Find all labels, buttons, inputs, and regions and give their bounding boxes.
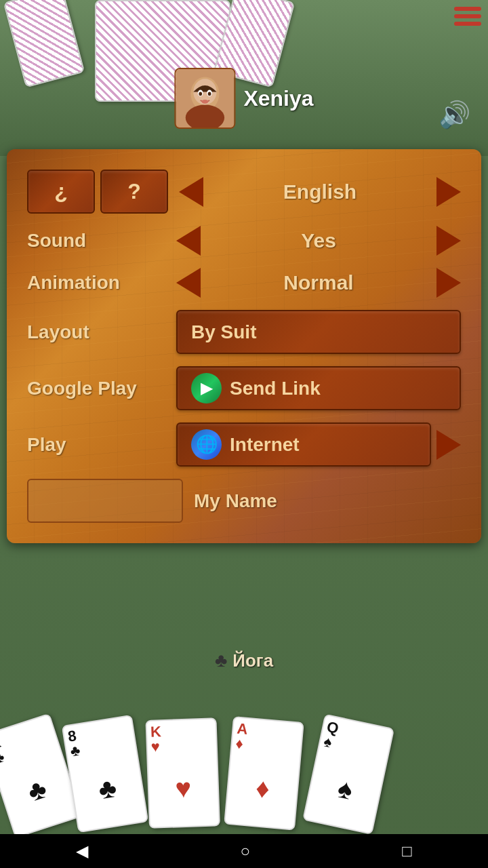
card-rank-3: K bbox=[150, 723, 213, 740]
navigation-bar: ◀ ○ □ bbox=[0, 834, 488, 868]
internet-button[interactable]: 🌐 Internet bbox=[176, 422, 431, 467]
card-5[interactable]: Q ♠ ♠ bbox=[302, 714, 394, 835]
svg-point-8 bbox=[202, 100, 209, 104]
card-4[interactable]: A ♦ ♦ bbox=[224, 716, 304, 831]
language-selector: English bbox=[179, 177, 461, 207]
sound-label: Sound bbox=[27, 230, 176, 252]
layout-value: By Suit bbox=[191, 321, 256, 343]
bottom-player-info: ♣ Йога bbox=[215, 650, 273, 671]
my-name-label: My Name bbox=[194, 490, 277, 512]
animation-label: Animation bbox=[27, 272, 176, 294]
svg-point-6 bbox=[199, 92, 202, 96]
svg-text:🔊: 🔊 bbox=[439, 99, 471, 130]
avatar-image bbox=[176, 69, 234, 127]
player-hand: K ♣ ♣ 8 ♣ ♣ K ♥ ♥ A ♦ ♦ Q ♠ ♠ bbox=[0, 658, 488, 834]
question-btn-1[interactable]: ¿ bbox=[27, 170, 95, 214]
bottom-player-name: Йога bbox=[232, 650, 273, 671]
language-next-button[interactable] bbox=[436, 177, 461, 207]
top-player-info: Xeniya bbox=[174, 68, 313, 129]
google-play-icon: ▶ bbox=[191, 373, 222, 403]
menu-bar-3 bbox=[454, 22, 481, 26]
volume-icon[interactable]: 🔊 bbox=[437, 95, 474, 140]
globe-icon: 🌐 bbox=[191, 429, 222, 460]
avatar bbox=[174, 68, 235, 129]
layout-label: Layout bbox=[27, 321, 176, 343]
play-label: Play bbox=[27, 434, 176, 456]
back-button[interactable]: ◀ bbox=[76, 842, 88, 861]
my-name-input[interactable] bbox=[27, 479, 183, 523]
menu-bar-2 bbox=[454, 14, 481, 18]
play-next-button[interactable] bbox=[436, 430, 461, 460]
card-suit-3: ♥ bbox=[150, 737, 213, 754]
animation-next-button[interactable] bbox=[436, 268, 461, 298]
home-button[interactable]: ○ bbox=[240, 842, 250, 861]
sound-value: Yes bbox=[203, 229, 434, 252]
menu-icon[interactable] bbox=[454, 7, 481, 26]
animation-prev-button[interactable] bbox=[176, 268, 201, 298]
recent-button[interactable]: □ bbox=[402, 842, 412, 861]
sound-next-button[interactable] bbox=[436, 226, 461, 256]
sound-row: Sound Yes bbox=[27, 226, 461, 256]
google-play-label: Google Play bbox=[27, 378, 176, 399]
animation-value: Normal bbox=[203, 271, 434, 294]
menu-bar-1 bbox=[454, 7, 481, 11]
send-link-button[interactable]: ▶ Send Link bbox=[176, 366, 461, 410]
internet-label: Internet bbox=[230, 434, 300, 456]
my-name-row: My Name bbox=[27, 479, 461, 523]
card-center-1: ♣ bbox=[3, 766, 70, 814]
card-center-3: ♥ bbox=[152, 772, 215, 804]
card-3[interactable]: K ♥ ♥ bbox=[145, 717, 220, 829]
card-center-2: ♣ bbox=[75, 768, 140, 808]
layout-button[interactable]: By Suit bbox=[176, 310, 461, 354]
svg-point-7 bbox=[208, 92, 211, 96]
settings-panel: ¿ ? English Sound Yes Animation Normal L… bbox=[7, 149, 481, 543]
language-prev-button[interactable] bbox=[179, 177, 203, 207]
layout-row: Layout By Suit bbox=[27, 310, 461, 354]
card-back-1 bbox=[3, 0, 85, 87]
play-row: Play 🌐 Internet bbox=[27, 422, 461, 467]
animation-row: Animation Normal bbox=[27, 268, 461, 298]
card-center-5: ♠ bbox=[312, 768, 378, 810]
card-center-4: ♦ bbox=[230, 770, 295, 806]
google-play-row: Google Play ▶ Send Link bbox=[27, 366, 461, 410]
language-value: English bbox=[206, 180, 434, 203]
language-row: ¿ ? English bbox=[27, 170, 461, 214]
club-symbol: ♣ bbox=[215, 650, 227, 671]
send-link-label: Send Link bbox=[230, 378, 321, 399]
question-btn-2[interactable]: ? bbox=[100, 170, 168, 214]
top-player-name: Xeniya bbox=[243, 86, 313, 111]
sound-prev-button[interactable] bbox=[176, 226, 201, 256]
